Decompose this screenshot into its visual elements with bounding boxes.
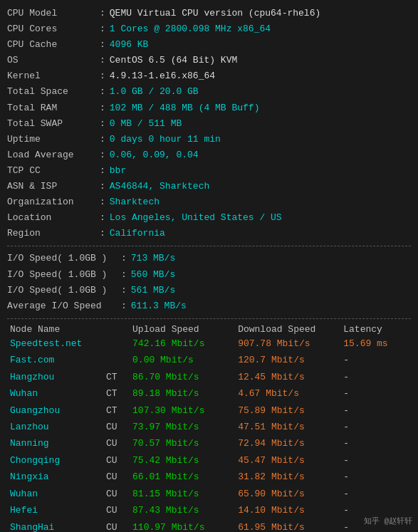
- system-value: AS46844, Sharktech: [110, 179, 209, 194]
- io-value: 713 MB/s: [131, 251, 175, 266]
- system-row: Kernel : 4.9.13-1.el6.x86_64: [7, 68, 411, 84]
- system-label: Region: [7, 226, 100, 241]
- system-separator: :: [100, 21, 105, 37]
- node-name: Chongqing: [7, 452, 103, 469]
- system-separator: :: [100, 194, 105, 210]
- io-row: I/O Speed( 1.0GB ) : 561 MB/s: [7, 283, 411, 298]
- download-speed: 907.78 Mbit/s: [235, 335, 340, 352]
- system-separator: :: [100, 53, 105, 68]
- latency: -: [340, 402, 411, 419]
- node-tag: CT: [103, 402, 130, 419]
- node-name: Speedtest.net: [7, 335, 103, 352]
- system-separator: :: [100, 210, 105, 226]
- speed-table-header: Node Name Upload Speed Download Speed La…: [7, 323, 411, 335]
- system-separator: :: [100, 163, 105, 179]
- table-row: Lanzhou CU 73.97 Mbit/s 47.51 Mbit/s -: [7, 419, 411, 435]
- node-tag: [103, 352, 130, 368]
- system-separator: :: [100, 84, 105, 100]
- table-row: Speedtest.net 742.16 Mbit/s 907.78 Mbit/…: [7, 335, 411, 352]
- node-tag: CT: [103, 385, 130, 402]
- upload-speed: 66.01 Mbit/s: [130, 469, 235, 485]
- system-value: 1 Cores @ 2800.098 MHz x86_64: [110, 21, 271, 37]
- system-row: TCP CC : bbr: [7, 163, 411, 179]
- system-row: Location : Los Angeles, United States / …: [7, 210, 411, 226]
- io-separator: :: [121, 283, 127, 298]
- system-value: Sharktech: [110, 194, 160, 210]
- table-row: Wuhan CT 89.18 Mbit/s 4.67 Mbit/s -: [7, 385, 411, 402]
- node-name: Hangzhou: [7, 369, 103, 385]
- system-label: Uptime: [7, 132, 100, 147]
- table-row: Chongqing CU 75.42 Mbit/s 45.47 Mbit/s -: [7, 452, 411, 469]
- io-separator: :: [121, 251, 127, 266]
- system-label: Load Average: [7, 147, 100, 163]
- table-row: Hangzhou CT 86.70 Mbit/s 12.45 Mbit/s -: [7, 369, 411, 385]
- table-row: Guangzhou CT 107.30 Mbit/s 75.89 Mbit/s …: [7, 402, 411, 419]
- io-label: Average I/O Speed: [7, 298, 121, 314]
- system-separator: :: [100, 37, 105, 53]
- divider-2: [7, 318, 411, 319]
- node-tag: CU: [103, 452, 130, 469]
- download-speed: 61.95 Mbit/s: [235, 519, 340, 532]
- node-name: Hefei: [7, 502, 103, 518]
- system-label: Location: [7, 210, 100, 226]
- io-label: I/O Speed( 1.0GB ): [7, 267, 121, 283]
- upload-speed: 742.16 Mbit/s: [130, 335, 235, 352]
- system-label: Total SWAP: [7, 116, 100, 132]
- system-row: CPU Model : QEMU Virtual CPU version (cp…: [7, 6, 411, 21]
- system-separator: :: [100, 132, 105, 147]
- system-value: 1.0 GB / 20.0 GB: [110, 84, 199, 100]
- system-separator: :: [100, 226, 105, 241]
- system-row: Load Average : 0.06, 0.09, 0.04: [7, 147, 411, 163]
- download-speed: 120.7 Mbit/s: [235, 352, 340, 368]
- system-separator: :: [100, 179, 105, 194]
- th-tag: [103, 323, 130, 335]
- download-speed: 14.10 Mbit/s: [235, 502, 340, 518]
- system-value: 102 MB / 488 MB (4 MB Buff): [110, 100, 260, 116]
- node-name: Lanzhou: [7, 419, 103, 435]
- node-tag: CT: [103, 369, 130, 385]
- system-label: OS: [7, 53, 100, 68]
- io-label: I/O Speed( 1.0GB ): [7, 283, 121, 298]
- system-label: TCP CC: [7, 163, 100, 179]
- speed-table: Node Name Upload Speed Download Speed La…: [7, 323, 411, 532]
- node-tag: CU: [103, 486, 130, 502]
- download-speed: 12.45 Mbit/s: [235, 369, 340, 385]
- table-row: Fast.com 0.00 Mbit/s 120.7 Mbit/s -: [7, 352, 411, 368]
- system-row: Region : California: [7, 226, 411, 241]
- system-row: Uptime : 0 days 0 hour 11 min: [7, 132, 411, 147]
- latency: -: [340, 469, 411, 485]
- io-row: I/O Speed( 1.0GB ) : 560 MB/s: [7, 267, 411, 283]
- system-info-section: CPU Model : QEMU Virtual CPU version (cp…: [7, 6, 411, 241]
- system-label: Total Space: [7, 84, 100, 100]
- latency: -: [340, 419, 411, 435]
- system-value: CentOS 6.5 (64 Bit) KVM: [110, 53, 237, 68]
- system-row: Organization : Sharktech: [7, 194, 411, 210]
- download-speed: 65.90 Mbit/s: [235, 486, 340, 502]
- node-name: Guangzhou: [7, 402, 103, 419]
- system-value: bbr: [110, 163, 126, 179]
- system-value: California: [110, 226, 165, 241]
- upload-speed: 86.70 Mbit/s: [130, 369, 235, 385]
- system-label: CPU Model: [7, 6, 100, 21]
- upload-speed: 81.15 Mbit/s: [130, 486, 235, 502]
- node-name: Fast.com: [7, 352, 103, 368]
- system-row: CPU Cores : 1 Cores @ 2800.098 MHz x86_6…: [7, 21, 411, 37]
- latency: -: [340, 486, 411, 502]
- node-tag: CU: [103, 519, 130, 532]
- node-tag: CU: [103, 502, 130, 518]
- upload-speed: 107.30 Mbit/s: [130, 402, 235, 419]
- download-speed: 45.47 Mbit/s: [235, 452, 340, 469]
- system-label: ASN & ISP: [7, 179, 100, 194]
- system-row: ASN & ISP : AS46844, Sharktech: [7, 179, 411, 194]
- latency: -: [340, 352, 411, 368]
- node-name: Nanning: [7, 435, 103, 452]
- system-value: 4096 KB: [110, 37, 149, 53]
- system-value: 4.9.13-1.el6.x86_64: [110, 68, 215, 84]
- table-row: ShangHai CU 110.97 Mbit/s 61.95 Mbit/s -: [7, 519, 411, 532]
- system-separator: :: [100, 147, 105, 163]
- io-separator: :: [121, 267, 127, 283]
- latency: -: [340, 452, 411, 469]
- system-label: CPU Cores: [7, 21, 100, 37]
- divider-1: [7, 246, 411, 246]
- upload-speed: 0.00 Mbit/s: [130, 352, 235, 368]
